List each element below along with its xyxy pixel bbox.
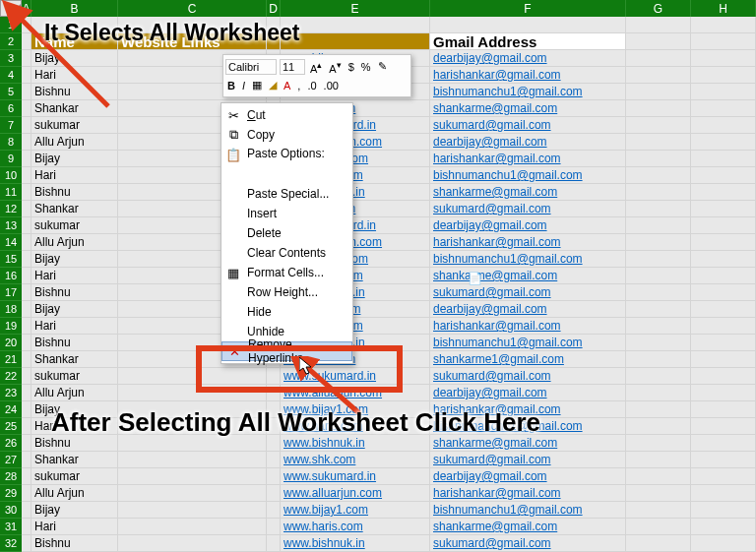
email-link[interactable]: sukumard@gmail.com bbox=[430, 284, 626, 301]
name-cell[interactable]: Allu Arjun bbox=[32, 485, 118, 502]
cell[interactable] bbox=[626, 184, 691, 201]
ctx-hide[interactable]: Hide bbox=[221, 302, 352, 322]
cell[interactable] bbox=[22, 468, 32, 485]
email-link[interactable]: dearbijay@gmail.com bbox=[430, 217, 626, 234]
cell[interactable] bbox=[691, 301, 756, 318]
cell[interactable] bbox=[267, 452, 281, 468]
cell[interactable] bbox=[22, 184, 32, 201]
cell[interactable] bbox=[626, 418, 691, 435]
ctx-insert[interactable]: Insert bbox=[221, 204, 352, 223]
ctx-row-height[interactable]: Row Height... bbox=[221, 282, 352, 302]
col-header-G[interactable]: G bbox=[626, 0, 691, 17]
border-icon[interactable]: ▦ bbox=[250, 78, 264, 92]
cell[interactable] bbox=[22, 351, 32, 368]
name-cell[interactable]: Hari bbox=[32, 519, 118, 535]
name-cell[interactable]: Bijay bbox=[32, 251, 118, 268]
cell[interactable] bbox=[691, 134, 756, 151]
cell[interactable] bbox=[22, 318, 32, 335]
cell[interactable] bbox=[22, 100, 32, 117]
cell[interactable] bbox=[691, 234, 756, 251]
cell[interactable] bbox=[626, 519, 691, 535]
cell[interactable] bbox=[22, 117, 32, 134]
cell[interactable] bbox=[22, 335, 32, 351]
email-link[interactable]: dearbijay@gmail.com bbox=[430, 301, 626, 318]
email-link[interactable]: sukumard@gmail.com bbox=[430, 201, 626, 217]
cell[interactable] bbox=[267, 468, 281, 485]
format-painter-icon[interactable]: ✎ bbox=[376, 59, 389, 74]
name-cell[interactable]: Allu Arjun bbox=[32, 134, 118, 151]
name-cell[interactable]: Hari bbox=[32, 318, 118, 335]
cell[interactable] bbox=[626, 17, 691, 33]
cell[interactable] bbox=[22, 368, 32, 385]
cell[interactable] bbox=[626, 251, 691, 268]
row-header-23[interactable]: 23 bbox=[0, 385, 22, 401]
name-cell[interactable]: Shankar bbox=[32, 100, 118, 117]
name-cell[interactable]: Hari bbox=[32, 67, 118, 84]
email-link[interactable]: sukumard@gmail.com bbox=[430, 368, 626, 385]
cell[interactable] bbox=[22, 33, 32, 50]
row-header-12[interactable]: 12 bbox=[0, 201, 22, 217]
row-header-29[interactable]: 29 bbox=[0, 485, 22, 502]
cell[interactable] bbox=[626, 284, 691, 301]
col-header-D[interactable]: D bbox=[267, 0, 281, 17]
cell[interactable] bbox=[691, 33, 756, 50]
cell[interactable] bbox=[626, 301, 691, 318]
cell[interactable] bbox=[691, 401, 756, 418]
cell[interactable] bbox=[22, 217, 32, 234]
cell[interactable] bbox=[626, 201, 691, 217]
cell[interactable] bbox=[22, 84, 32, 100]
cell[interactable] bbox=[281, 17, 430, 33]
name-cell[interactable]: Bishnu bbox=[32, 184, 118, 201]
cell[interactable] bbox=[626, 100, 691, 117]
website-link[interactable]: www.alluarjun.com bbox=[281, 485, 430, 502]
email-link[interactable]: dearbijay@gmail.com bbox=[430, 468, 626, 485]
cell[interactable] bbox=[22, 151, 32, 167]
email-link[interactable]: harishankar@gmail.com bbox=[430, 151, 626, 167]
cell[interactable] bbox=[691, 318, 756, 335]
cell[interactable] bbox=[267, 535, 281, 552]
row-header-30[interactable]: 30 bbox=[0, 502, 22, 519]
row-header-9[interactable]: 9 bbox=[0, 151, 22, 167]
name-cell[interactable]: Shankar bbox=[32, 351, 118, 368]
increase-decimal-icon[interactable]: .00 bbox=[322, 79, 341, 92]
email-link[interactable]: shankarme@gmail.com bbox=[430, 268, 626, 284]
cell[interactable] bbox=[626, 335, 691, 351]
increase-font-icon[interactable]: A▴ bbox=[308, 58, 324, 76]
name-cell[interactable]: Bishnu bbox=[32, 284, 118, 301]
cell[interactable] bbox=[22, 519, 32, 535]
row-header-32[interactable]: 32 bbox=[0, 535, 22, 552]
cell[interactable] bbox=[626, 117, 691, 134]
email-link[interactable]: shankarme@gmail.com bbox=[430, 100, 626, 117]
decrease-font-icon[interactable]: A▾ bbox=[327, 58, 343, 76]
cell[interactable] bbox=[22, 452, 32, 468]
row-header-14[interactable]: 14 bbox=[0, 234, 22, 251]
cell[interactable] bbox=[691, 84, 756, 100]
cell[interactable] bbox=[22, 485, 32, 502]
cell[interactable] bbox=[626, 385, 691, 401]
cell[interactable] bbox=[691, 535, 756, 552]
name-cell[interactable]: Allu Arjun bbox=[32, 234, 118, 251]
row-header-15[interactable]: 15 bbox=[0, 251, 22, 268]
cell[interactable] bbox=[626, 452, 691, 468]
cell[interactable] bbox=[626, 151, 691, 167]
name-cell[interactable]: Bishnu bbox=[32, 335, 118, 351]
cell[interactable] bbox=[22, 134, 32, 151]
cell[interactable] bbox=[691, 284, 756, 301]
cell[interactable] bbox=[626, 535, 691, 552]
cell[interactable] bbox=[691, 117, 756, 134]
cell[interactable] bbox=[22, 251, 32, 268]
email-link[interactable]: dearbijay@gmail.com bbox=[430, 50, 626, 67]
cell[interactable] bbox=[626, 167, 691, 184]
row-header-10[interactable]: 10 bbox=[0, 167, 22, 184]
name-cell[interactable]: Shankar bbox=[32, 452, 118, 468]
email-link[interactable]: sukumard@gmail.com bbox=[430, 535, 626, 552]
email-link[interactable]: bishnumanchu1@gmail.com bbox=[430, 251, 626, 268]
row-header-5[interactable]: 5 bbox=[0, 84, 22, 100]
name-cell[interactable]: sukumar bbox=[32, 217, 118, 234]
cell[interactable] bbox=[22, 401, 32, 418]
cell[interactable] bbox=[691, 17, 756, 33]
row-header-16[interactable]: 16 bbox=[0, 268, 22, 284]
cell[interactable] bbox=[626, 134, 691, 151]
col-header-B[interactable]: B bbox=[32, 0, 118, 17]
currency-icon[interactable]: $ bbox=[346, 60, 356, 74]
